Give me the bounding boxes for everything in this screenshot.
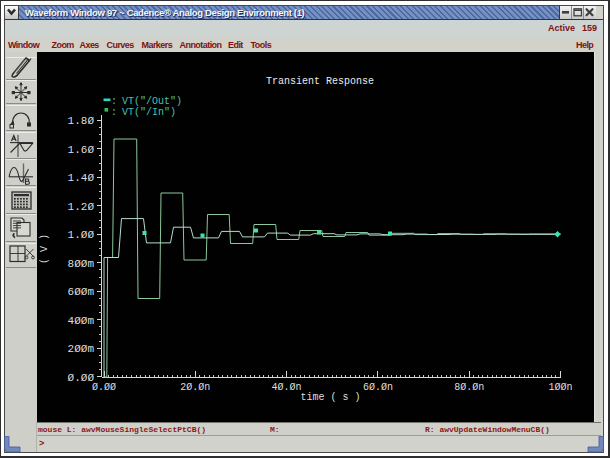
- svg-text:time ( s ): time ( s ): [301, 392, 361, 403]
- svg-text:2ØØm: 2ØØm: [68, 343, 95, 355]
- svg-text:Ø.ØØ: Ø.ØØ: [68, 372, 95, 384]
- svg-text:4ØØm: 4ØØm: [68, 315, 95, 327]
- svg-text:1.2Ø: 1.2Ø: [68, 201, 95, 213]
- svg-text:2Ø.Øn: 2Ø.Øn: [180, 382, 210, 393]
- svg-text:( V ): ( V ): [39, 234, 50, 264]
- svg-text:1ØØn: 1ØØn: [548, 382, 572, 393]
- svg-text::: :: [111, 107, 117, 118]
- svg-text:VT("/In"): VT("/In"): [122, 107, 176, 118]
- svg-text:1.8Ø: 1.8Ø: [68, 115, 95, 127]
- svg-text:Ø.ØØ: Ø.ØØ: [92, 382, 116, 393]
- svg-text:4Ø.Øn: 4Ø.Øn: [272, 382, 302, 393]
- svg-text:6Ø.Øn: 6Ø.Øn: [363, 382, 393, 393]
- svg-text:6ØØm: 6ØØm: [68, 286, 95, 298]
- svg-text:8Ø.Øn: 8Ø.Øn: [454, 382, 484, 393]
- svg-text:Transient Response: Transient Response: [266, 76, 374, 87]
- svg-text:1.ØØ: 1.ØØ: [68, 229, 95, 241]
- svg-text::: :: [111, 96, 117, 107]
- svg-text:8ØØm: 8ØØm: [68, 258, 95, 270]
- svg-text:VT("/Out"): VT("/Out"): [122, 96, 182, 107]
- svg-text:1.6Ø: 1.6Ø: [68, 144, 95, 156]
- svg-text:1.4Ø: 1.4Ø: [68, 172, 95, 184]
